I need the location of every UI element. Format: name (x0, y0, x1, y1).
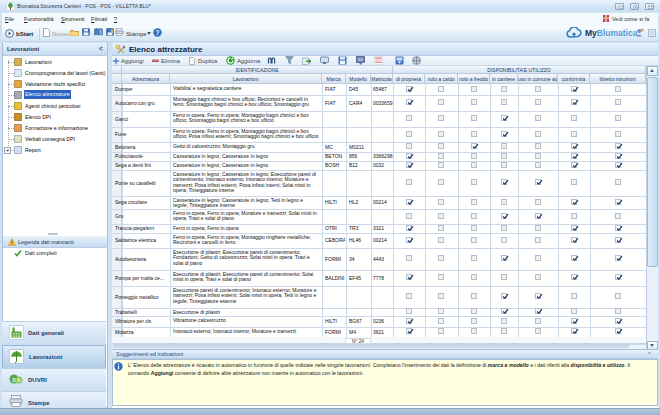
svg-text:?: ? (156, 29, 160, 36)
svg-text:a: a (12, 376, 16, 383)
